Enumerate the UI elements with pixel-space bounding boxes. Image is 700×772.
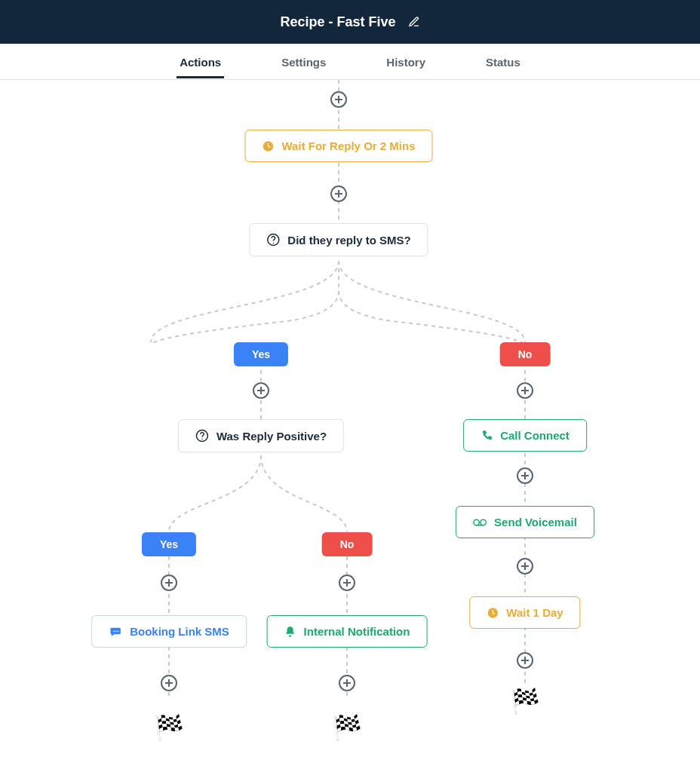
svg-point-9 (273, 242, 275, 244)
finish-icon: 🏁 (510, 687, 540, 715)
voicemail-icon (473, 517, 487, 528)
decision-label: Did they reply to SMS? (287, 234, 410, 247)
workflow-canvas[interactable]: Wait For Reply Or 2 Mins Did they reply … (0, 80, 700, 772)
phone-icon (480, 430, 493, 442)
add-step-button[interactable] (339, 675, 355, 691)
voicemail-node[interactable]: Send Voicemail (456, 506, 594, 538)
add-step-button[interactable] (517, 652, 533, 669)
add-step-button[interactable] (517, 467, 533, 484)
booking-sms-node[interactable]: Booking Link SMS (91, 615, 247, 648)
wait-label: Wait 1 Day (506, 606, 563, 619)
add-step-button[interactable] (517, 558, 533, 574)
svg-point-12 (474, 519, 480, 525)
add-step-button[interactable] (161, 574, 177, 591)
add-step-button[interactable] (253, 382, 269, 399)
add-step-button[interactable] (339, 574, 355, 591)
tab-bar: Actions Settings History Status (0, 44, 700, 80)
add-step-button[interactable] (517, 382, 533, 399)
branch-yes[interactable]: Yes (142, 532, 196, 556)
svg-point-13 (480, 519, 487, 525)
internal-notification-node[interactable]: Internal Notification (267, 615, 428, 648)
call-label: Call Connect (500, 429, 570, 442)
wait-node[interactable]: Wait For Reply Or 2 Mins (245, 130, 433, 162)
clock-icon (487, 607, 499, 619)
edit-icon[interactable] (408, 16, 420, 28)
question-icon (266, 233, 280, 247)
decision-node[interactable]: Did they reply to SMS? (249, 223, 428, 256)
internal-label: Internal Notification (304, 625, 410, 638)
decision-node[interactable]: Was Reply Positive? (178, 419, 344, 452)
add-step-button[interactable] (330, 185, 347, 202)
wait-label: Wait For Reply Or 2 Mins (282, 139, 416, 152)
bell-icon (284, 626, 296, 638)
add-step-button[interactable] (330, 91, 347, 108)
svg-point-11 (201, 438, 203, 440)
tab-history[interactable]: History (383, 45, 428, 78)
connectors (0, 80, 700, 772)
sms-icon (109, 626, 122, 638)
svg-point-16 (113, 630, 115, 632)
svg-point-18 (118, 630, 119, 632)
tab-settings[interactable]: Settings (278, 45, 329, 78)
page-title: Recipe - Fast Five (280, 14, 395, 30)
finish-icon: 🏁 (332, 713, 362, 742)
tab-actions[interactable]: Actions (177, 45, 224, 78)
finish-icon: 🏁 (154, 713, 184, 742)
branch-yes[interactable]: Yes (234, 342, 288, 366)
question-icon (195, 429, 209, 443)
call-connect-node[interactable]: Call Connect (463, 419, 587, 452)
wait-node[interactable]: Wait 1 Day (469, 596, 580, 629)
branch-no[interactable]: No (500, 342, 551, 366)
svg-point-17 (115, 630, 117, 632)
tab-status[interactable]: Status (483, 45, 523, 78)
branch-no[interactable]: No (322, 532, 373, 556)
app-header: Recipe - Fast Five (0, 0, 700, 44)
add-step-button[interactable] (161, 675, 177, 691)
voicemail-label: Send Voicemail (494, 516, 577, 528)
booking-label: Booking Link SMS (130, 625, 229, 638)
decision-label: Was Reply Positive? (216, 430, 327, 443)
clock-icon (262, 140, 275, 152)
